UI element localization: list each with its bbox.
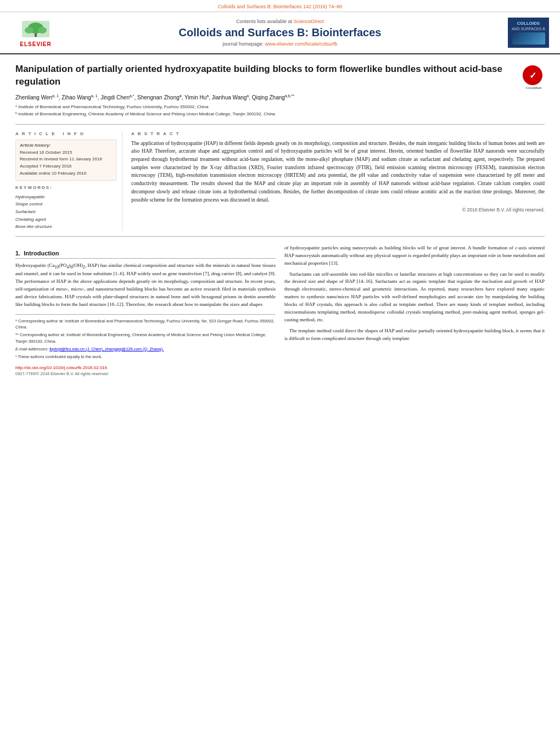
svg-point-4 (38, 27, 47, 34)
abstract-text: The application of hydroxyapatite (HAP) … (131, 140, 545, 204)
footnote-email: E-mail addresses: jbptcjd@fzu.edu.cn (J.… (15, 346, 276, 352)
available-date: Available online 10 February 2016 (20, 170, 112, 177)
keyword-5: Bone-like structure (15, 223, 116, 231)
journal-homepage: journal homepage: www.elsevier.com/locat… (71, 41, 489, 47)
issn-line: 0927-7765/© 2016 Elsevier B.V. All right… (15, 371, 276, 376)
intro-right-p2: Surfactants can self-assemble into rod-l… (284, 271, 545, 325)
sciencedirect-link[interactable]: ScienceDirect (294, 19, 324, 24)
journal-citation-link[interactable]: Colloids and Surfaces B: Biointerfaces 1… (218, 4, 343, 9)
body-right: of hydroxyapatite particles using nanocr… (284, 244, 545, 377)
keyword-4: Chelating agent (15, 216, 116, 224)
keywords-label: Keywords: (15, 185, 116, 190)
right-col: A B S T R A C T The application of hydro… (131, 131, 545, 231)
keyword-1: Hydroxyapatite (15, 193, 116, 201)
accepted-date: Accepted 7 February 2016 (20, 163, 112, 170)
keyword-2: Shape control (15, 200, 116, 208)
intro-number: 1. (15, 250, 20, 256)
crossmark-icon: ✓ (523, 65, 542, 85)
copyright-line: © 2016 Elsevier B.V. All rights reserved… (131, 207, 545, 213)
homepage-url[interactable]: www.elsevier.com/locate/colsurfb (265, 41, 338, 47)
footnote-star: * Corresponding author at: Institute of … (15, 318, 276, 331)
doi-link[interactable]: http://dx.doi.org/10.1016/j.colsurfb.201… (15, 365, 107, 370)
revised-date: Received in revised form 11 January 2016 (20, 156, 112, 163)
body-left: 1. Introduction Hydroxyapatite (Ca10(PO4… (15, 244, 276, 377)
svg-point-3 (25, 27, 33, 34)
footnote-double-star: ** Corresponding author at: Institute of… (15, 332, 276, 344)
intro-title: Introduction (24, 250, 59, 256)
abstract-paragraph: The application of hydroxyapatite (HAP) … (131, 140, 545, 204)
intro-heading: 1. Introduction (15, 250, 276, 259)
journal-title: Colloids and Surfaces B: Biointerfaces (71, 26, 489, 39)
affiliation-a: ᵃ Institute of Biomedical and Pharmaceut… (15, 104, 517, 110)
affiliation-b: ᵇ Institute of Biomedical Engineering, C… (15, 111, 517, 117)
received-date: Received 16 October 2015 (20, 149, 112, 157)
article-area: Manipulation of partially oriented hydro… (0, 54, 560, 385)
email-link[interactable]: jbptcjd@fzu.edu.cn (J. Chen), zhanggiq@1… (49, 347, 164, 352)
keyword-3: Surfactant (15, 208, 116, 216)
journal-cover-image: COLLOIDS AND SURFACES B (508, 18, 549, 48)
email-label: E-mail addresses: (15, 347, 48, 352)
intro-right-p3: The template method could direct the sha… (284, 327, 545, 343)
intro-left-text: Hydroxyapatite (Ca10(PO4)6(OH)2, HAP) ha… (15, 262, 276, 309)
intro-right-p1: of hydroxyapatite particles using nanocr… (284, 244, 545, 267)
top-bar: Colloids and Surfaces B: Biointerfaces 1… (0, 0, 560, 12)
intro-left-p1: Hydroxyapatite (Ca10(PO4)6(OH)2, HAP) ha… (15, 262, 276, 309)
affiliations: ᵃ Institute of Biomedical and Pharmaceut… (15, 104, 517, 117)
journal-logo-box: COLLOIDS AND SURFACES B (500, 18, 549, 48)
footnote-1: ¹ These authors contributed equally to t… (15, 354, 276, 360)
history-label: Article history: (20, 143, 112, 148)
abstract-label: A B S T R A C T (131, 131, 545, 136)
article-title-text: Manipulation of partially oriented hydro… (15, 63, 517, 119)
authors-line: Zhenliang Wena, 1, Zihao Wanga, 1, Jingd… (15, 94, 517, 101)
doi-line: http://dx.doi.org/10.1016/j.colsurfb.201… (15, 365, 276, 370)
crossmark-label: CrossMark (523, 86, 545, 90)
svg-rect-2 (35, 34, 37, 37)
article-info-label: A R T I C L E I N F O (15, 131, 116, 136)
article-info-abstract-section: A R T I C L E I N F O Article history: R… (15, 131, 545, 237)
journal-header: ELSEVIER Contents lists available at Sci… (0, 12, 560, 54)
article-main-title: Manipulation of partially oriented hydro… (15, 63, 517, 88)
intro-right-text: of hydroxyapatite particles using nanocr… (284, 244, 545, 343)
contents-line: Contents lists available at ScienceDirec… (71, 19, 489, 24)
elsevier-name-label: ELSEVIER (20, 41, 51, 47)
journal-center: Contents lists available at ScienceDirec… (60, 19, 500, 47)
left-col: A R T I C L E I N F O Article history: R… (15, 131, 122, 231)
page-wrapper: Colloids and Surfaces B: Biointerfaces 1… (0, 0, 560, 742)
contents-label: Contents lists available at (236, 19, 292, 24)
elsevier-tree-icon (19, 18, 52, 40)
body-cols: 1. Introduction Hydroxyapatite (Ca10(PO4… (15, 244, 545, 377)
crossmark-box: ✓ CrossMark (523, 65, 545, 90)
keywords-section: Keywords: Hydroxyapatite Shape control S… (15, 185, 116, 231)
footnotes: * Corresponding author at: Institute of … (15, 314, 276, 360)
homepage-label: journal homepage: (222, 41, 264, 47)
article-title-section: Manipulation of partially oriented hydro… (15, 63, 545, 125)
article-history-box: Article history: Received 16 October 201… (15, 140, 116, 181)
elsevier-logo: ELSEVIER (11, 18, 60, 47)
